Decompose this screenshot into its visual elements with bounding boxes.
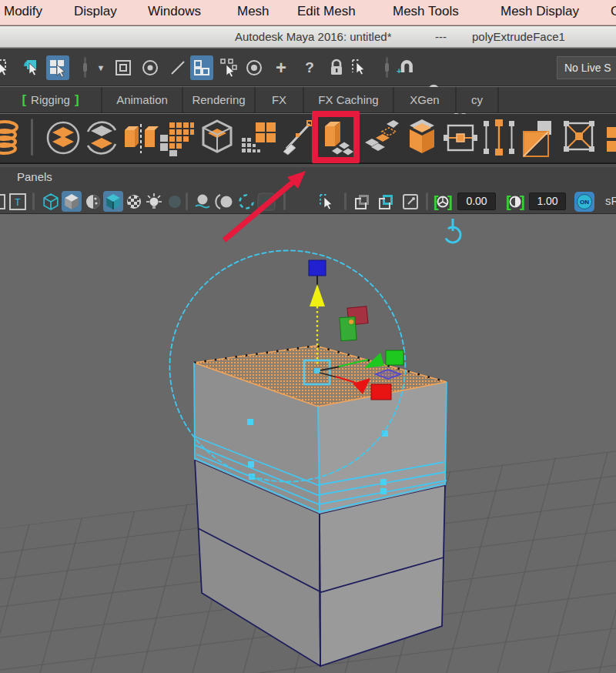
scene-3d (0, 214, 616, 673)
menu-display[interactable]: Display (74, 4, 117, 19)
tab-cy[interactable]: cy (457, 87, 499, 112)
x-scale-handle[interactable] (386, 350, 403, 365)
tab-fx-caching[interactable]: FX Caching (304, 87, 394, 112)
tab-xgen[interactable]: XGen (394, 87, 457, 112)
shaded-mode-icon[interactable] (62, 191, 82, 212)
flip-icon[interactable] (519, 116, 556, 161)
active-bracket-open: [ (17, 92, 31, 108)
isolate-select-icon[interactable] (236, 191, 256, 212)
wireframe-mode-icon[interactable] (41, 191, 61, 212)
panel-separator (344, 193, 346, 210)
help-icon[interactable]: ? (298, 55, 321, 80)
menu-mesh[interactable]: Mesh (237, 4, 270, 19)
fluid-mode-icon[interactable] (192, 191, 213, 212)
tool-dropdown-icon[interactable]: ▼ (92, 55, 109, 80)
panels-menu[interactable]: Panels (17, 170, 52, 183)
highlight-selection-icon[interactable] (348, 55, 371, 80)
separate-icon[interactable] (83, 116, 120, 161)
insert-edge-loop-icon[interactable] (480, 116, 517, 161)
line-tool-icon[interactable] (166, 55, 189, 80)
multi-cut-icon[interactable] (279, 116, 316, 161)
gamma-icon[interactable]: [] (504, 191, 527, 212)
pick-mask-icon[interactable] (190, 55, 213, 80)
z-arrow-handle[interactable] (310, 284, 325, 306)
checker-mode-icon[interactable] (124, 191, 144, 212)
tab-animation[interactable]: Animation (102, 87, 183, 112)
gamma-field[interactable]: 1.00 (529, 193, 566, 210)
active-bracket-close: ] (70, 92, 84, 108)
reduce-icon[interactable] (240, 116, 277, 161)
panel-separator (426, 193, 428, 210)
shadows-toggle-icon[interactable] (165, 191, 185, 212)
image-plane-icon[interactable] (400, 191, 420, 212)
panel-separator (32, 193, 35, 210)
menu-mesh-tools[interactable]: Mesh Tools (393, 4, 459, 19)
status-line: ▼ + ? + (0, 49, 616, 86)
svg-text:]: ] (447, 193, 453, 210)
lasso-select-icon[interactable] (218, 55, 241, 80)
annotation-highlight-box (312, 111, 360, 163)
toolbar-separator[interactable] (386, 57, 388, 78)
smooth-icon[interactable] (199, 116, 236, 161)
exposure-field[interactable]: 0.00 (457, 193, 496, 210)
title-separator: --- (435, 30, 447, 43)
shelf-tabs: [ Rigging ] Animation Rendering FX FX Ca… (0, 87, 616, 113)
tab-rigging[interactable]: [ Rigging ] (0, 87, 102, 112)
rect-marquee-icon[interactable] (112, 55, 135, 80)
wedge-icon[interactable] (602, 116, 616, 161)
object-layer-icon[interactable] (353, 191, 373, 212)
select-component-icon[interactable] (46, 55, 69, 80)
lights-mode-icon[interactable] (144, 191, 164, 212)
window-title: Autodesk Maya 2016: untitled* (235, 30, 391, 43)
mirror-icon[interactable] (122, 116, 159, 161)
bridge-icon[interactable] (362, 116, 399, 161)
select-object-icon[interactable] (20, 55, 43, 80)
axis-orient-icon[interactable] (442, 219, 464, 246)
maya-window: Modify Display Windows Mesh Edit Mesh Me… (0, 0, 616, 673)
live-surface-field[interactable]: No Live S (557, 56, 616, 79)
menu-modify[interactable]: Modify (4, 4, 42, 19)
lock-selection-icon[interactable] (325, 55, 348, 80)
viewport[interactable] (0, 214, 616, 673)
subdivide-icon[interactable] (159, 116, 196, 161)
y-scale-handle[interactable] (371, 384, 391, 400)
view-transform-on-button[interactable]: ON (574, 192, 594, 212)
snap-grid-icon[interactable]: + (396, 55, 419, 80)
combine-icon[interactable] (45, 116, 82, 161)
panel-toolbar: T (0, 189, 616, 214)
toolbar-separator[interactable] (84, 57, 86, 78)
plane-handle-green[interactable] (340, 316, 357, 340)
poly-cylinder-icon[interactable] (0, 116, 23, 161)
plus-tool-icon[interactable]: + (270, 55, 293, 80)
panel-separator (186, 193, 188, 210)
panel-separator (283, 193, 286, 210)
colorspace-label: sR (605, 194, 616, 207)
single-pane-icon[interactable] (0, 191, 8, 212)
menu-windows[interactable]: Windows (148, 4, 201, 19)
svg-text:T: T (15, 197, 21, 208)
paint-select-icon[interactable] (243, 55, 266, 80)
render-layer-icon[interactable] (377, 191, 397, 212)
menu-bar: Modify Display Windows Mesh Edit Mesh Me… (0, 0, 616, 25)
circle-marquee-icon[interactable] (139, 55, 162, 80)
xray-mode-icon[interactable] (214, 191, 234, 212)
text-pane-icon[interactable]: T (8, 191, 28, 212)
greyed-toggle-icon[interactable] (256, 191, 276, 212)
textured-mode-icon[interactable] (103, 191, 123, 212)
bevel-icon[interactable] (403, 116, 440, 161)
menu-mesh-display[interactable]: Mesh Display (500, 4, 579, 19)
shelf-toolbar (0, 114, 616, 162)
z-scale-handle[interactable] (309, 260, 326, 276)
shelf-separator (31, 119, 33, 156)
menu-partial[interactable]: C (611, 4, 616, 19)
poke-icon[interactable] (561, 116, 598, 161)
tab-fx[interactable]: FX (256, 87, 304, 112)
select-highlight-icon[interactable] (317, 191, 337, 212)
tab-rendering[interactable]: Rendering (183, 87, 256, 112)
material-mode-icon[interactable] (83, 191, 103, 212)
exposure-icon[interactable]: [] (431, 191, 454, 212)
menu-edit-mesh[interactable]: Edit Mesh (297, 4, 356, 19)
select-hierarchy-icon[interactable] (0, 55, 14, 80)
edit-edge-flow-icon[interactable] (442, 116, 479, 161)
svg-text:]: ] (520, 193, 525, 210)
